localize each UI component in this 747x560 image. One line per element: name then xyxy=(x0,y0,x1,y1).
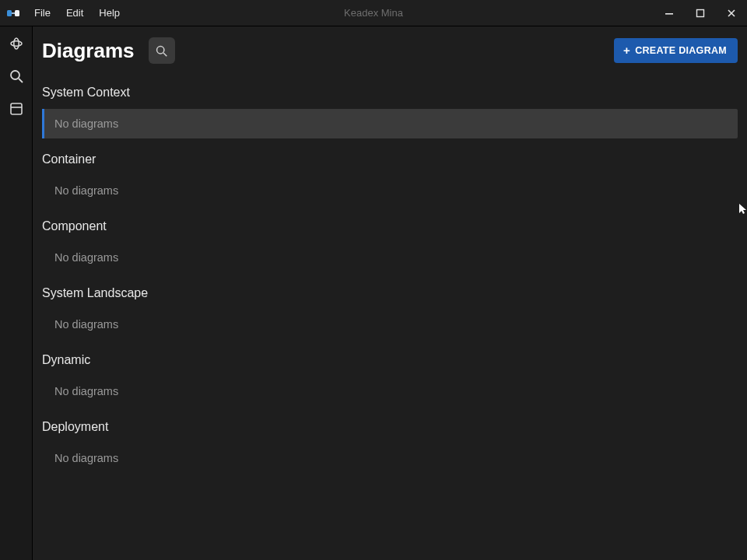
category-system-landscape: System Landscape No diagrams xyxy=(42,286,738,339)
plus-icon: + xyxy=(623,46,630,55)
category-empty-row[interactable]: No diagrams xyxy=(42,443,738,473)
empty-text: No diagrams xyxy=(54,117,118,130)
category-title: Component xyxy=(42,219,738,233)
empty-text: No diagrams xyxy=(54,251,118,264)
maximize-button[interactable] xyxy=(685,0,716,26)
search-icon[interactable] xyxy=(5,65,27,87)
category-component: Component No diagrams xyxy=(42,219,738,272)
category-empty-row[interactable]: No diagrams xyxy=(42,310,738,339)
main-panel: Diagrams + CREATE DIAGRAM System Context… xyxy=(33,26,747,560)
category-title: Dynamic xyxy=(42,353,738,367)
search-diagrams-button[interactable] xyxy=(149,37,175,64)
svg-point-9 xyxy=(11,71,19,79)
category-empty-row[interactable]: No diagrams xyxy=(42,176,738,205)
menu-edit[interactable]: Edit xyxy=(58,0,91,26)
svg-line-10 xyxy=(19,79,23,82)
diagrams-icon[interactable] xyxy=(5,33,27,54)
activity-sidebar xyxy=(0,26,33,560)
svg-point-8 xyxy=(13,38,18,49)
library-icon[interactable] xyxy=(5,98,27,120)
category-empty-row[interactable]: No diagrams xyxy=(42,243,738,272)
svg-point-13 xyxy=(157,46,164,53)
create-diagram-button[interactable]: + CREATE DIAGRAM xyxy=(614,38,738,63)
svg-line-14 xyxy=(163,53,167,56)
empty-text: No diagrams xyxy=(54,452,118,464)
svg-rect-0 xyxy=(7,10,12,16)
svg-rect-3 xyxy=(665,13,673,15)
category-system-context: System Context No diagrams xyxy=(42,86,738,138)
svg-point-7 xyxy=(11,41,22,46)
category-title: System Context xyxy=(42,86,738,100)
empty-text: No diagrams xyxy=(54,385,118,397)
svg-rect-4 xyxy=(697,9,704,16)
titlebar: File Edit Help Keadex Mina xyxy=(0,0,747,26)
category-dynamic: Dynamic No diagrams xyxy=(42,353,738,406)
app-logo-icon xyxy=(0,0,26,26)
category-title: Container xyxy=(42,152,738,166)
window-controls xyxy=(654,0,747,26)
category-empty-row[interactable]: No diagrams xyxy=(42,109,738,138)
minimize-button[interactable] xyxy=(654,0,685,26)
empty-text: No diagrams xyxy=(54,318,118,331)
close-button[interactable] xyxy=(716,0,747,26)
svg-rect-1 xyxy=(15,10,19,16)
menu-file[interactable]: File xyxy=(26,0,58,26)
menu-help[interactable]: Help xyxy=(91,0,128,26)
svg-rect-11 xyxy=(11,103,22,114)
category-title: System Landscape xyxy=(42,286,738,300)
app-menubar: File Edit Help xyxy=(26,0,128,26)
category-container: Container No diagrams xyxy=(42,152,738,205)
create-diagram-label: CREATE DIAGRAM xyxy=(635,45,727,56)
cursor-icon xyxy=(739,204,747,215)
svg-rect-2 xyxy=(12,12,15,14)
category-title: Deployment xyxy=(42,420,738,434)
page-title: Diagrams xyxy=(42,39,135,63)
category-empty-row[interactable]: No diagrams xyxy=(42,376,738,406)
page-header: Diagrams + CREATE DIAGRAM xyxy=(42,37,738,64)
empty-text: No diagrams xyxy=(54,184,118,197)
category-deployment: Deployment No diagrams xyxy=(42,420,738,473)
